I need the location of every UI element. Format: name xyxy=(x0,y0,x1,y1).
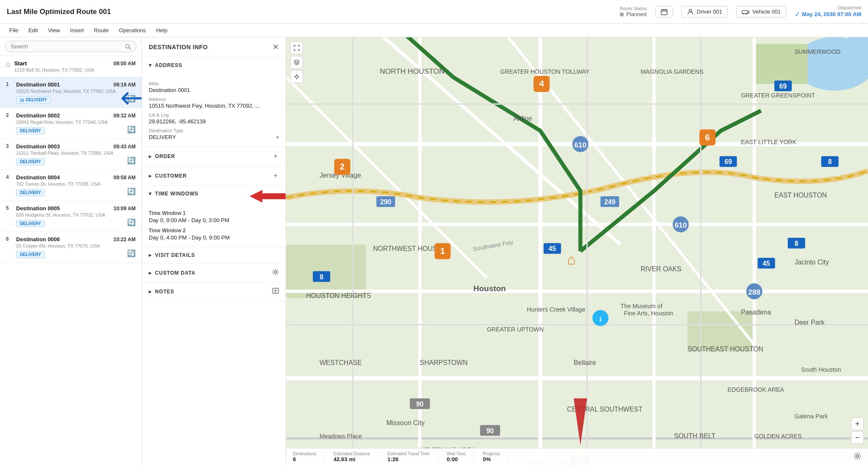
sidebar-item-4[interactable]: 4 Destination 0004 09:58 AM 792 Turney D… xyxy=(0,170,142,201)
order-section-header[interactable]: ORDER ＋ xyxy=(142,147,286,166)
dest-name-4: Destination 0004 xyxy=(16,174,60,181)
visit-details-section: VISIT DETAILS xyxy=(142,247,286,264)
sidebar-item-1[interactable]: 1 Destination 0001 09:19 AM 10515 Northw… xyxy=(0,77,142,108)
map-settings-button[interactable] xyxy=(854,452,861,461)
menu-insert[interactable]: Insert xyxy=(66,26,88,35)
notes-section-header[interactable]: NOTES xyxy=(142,282,286,301)
stat-est-distance-value: 42.63 mi xyxy=(334,456,355,462)
map-zoom-out-button[interactable]: − xyxy=(851,431,864,444)
svg-point-6 xyxy=(743,13,744,14)
stat-est-travel-value: 1:26 xyxy=(387,456,398,462)
svg-text:Meadows Place: Meadows Place xyxy=(320,433,362,440)
sidebar-item-5[interactable]: 5 Destination 0005 10:09 AM 830 Hodgkins… xyxy=(0,201,142,232)
status-icon-5: 🔄 xyxy=(127,218,136,226)
panel-close-button[interactable]: ✕ xyxy=(273,43,279,51)
custom-data-gear-button[interactable] xyxy=(272,269,279,277)
sidebar-item-2[interactable]: 2 Destination 0002 09:32 AM 10041 Regal … xyxy=(0,108,142,139)
menu-view[interactable]: View xyxy=(44,26,64,35)
custom-data-section: CUSTOM DATA xyxy=(142,264,286,282)
order-section-title: ORDER xyxy=(149,153,175,159)
custom-data-section-header[interactable]: CUSTOM DATA xyxy=(142,264,286,282)
stat-destinations-label: Destinations xyxy=(293,451,316,456)
svg-text:Missouri City: Missouri City xyxy=(387,419,425,426)
svg-text:GREATER HOUSTON TOLLWAY: GREATER HOUSTON TOLLWAY xyxy=(500,68,590,75)
customer-section: CUSTOMER ＋ xyxy=(142,166,286,186)
dest-number-5: 5 xyxy=(6,205,13,211)
sidebar-item-start[interactable]: ⌂ Start 09:00 AM 1219 Bell St, Houston, … xyxy=(0,56,142,77)
search-box[interactable] xyxy=(5,41,136,52)
status-icon-3: 🔄 xyxy=(127,156,136,164)
customer-chevron-icon xyxy=(149,173,152,179)
svg-text:WESTCHASE: WESTCHASE xyxy=(320,359,362,366)
svg-text:Pasadena: Pasadena xyxy=(741,309,771,316)
calendar-button[interactable] xyxy=(655,6,673,18)
driver-button[interactable]: Driver 001 xyxy=(682,6,728,18)
sidebar-item-6[interactable]: 6 Destination 0006 10:22 AM 20 Cooper Rd… xyxy=(0,232,142,263)
main-layout: ⌂ Start 09:00 AM 1219 Bell St, Houston, … xyxy=(0,37,868,465)
menu-operations[interactable]: Operations xyxy=(115,26,150,35)
svg-text:EAST LITTLE YORK: EAST LITTLE YORK xyxy=(741,139,797,145)
address-section-body: Alias Destination 0001 Address 10515 Nor… xyxy=(142,73,286,146)
map-layers-button[interactable] xyxy=(290,56,303,69)
delivery-badge-4: DELIVERY xyxy=(16,189,45,196)
map-placeholder: 610 610 288 249 290 NORTH HOUSTON Jersey… xyxy=(286,37,868,465)
search-input[interactable] xyxy=(11,43,122,50)
svg-text:NORTH HOUSTON: NORTH HOUSTON xyxy=(380,67,445,75)
map-zoom-in-button[interactable]: + xyxy=(851,418,864,430)
svg-text:South Houston: South Houston xyxy=(801,366,841,373)
time-windows-section-header[interactable]: TIME WINDOWS xyxy=(142,186,286,202)
delivery-badge-3: DELIVERY xyxy=(16,158,45,165)
route-status-label: Route Status xyxy=(620,6,647,11)
dest-name-5: Destination 0005 xyxy=(16,205,60,212)
menu-help[interactable]: Help xyxy=(152,26,172,35)
map-location-button[interactable] xyxy=(290,70,303,83)
svg-text:SOUTHEAST HOUSTON: SOUTHEAST HOUSTON xyxy=(687,345,763,353)
dest-type-dropdown-icon[interactable]: ▾ xyxy=(276,134,279,140)
dest-name-3: Destination 0003 xyxy=(16,143,60,150)
svg-text:SUMMERWOOD: SUMMERWOOD xyxy=(794,48,840,55)
svg-text:Aldine: Aldine xyxy=(514,115,532,122)
order-add-button[interactable]: ＋ xyxy=(272,152,279,161)
svg-text:69: 69 xyxy=(779,83,787,90)
map-zoom-controls: + − xyxy=(851,418,864,444)
item-header-4: 4 Destination 0004 09:58 AM 792 Turney D… xyxy=(6,174,136,196)
customer-section-header[interactable]: CUSTOMER ＋ xyxy=(142,166,286,185)
visit-details-section-title: VISIT DETAILS xyxy=(149,252,195,258)
dest-type-value: DELIVERY xyxy=(149,134,176,140)
address-section-header[interactable]: ADDRESS xyxy=(142,57,286,73)
dest-left-6: Destination 0006 10:22 AM 20 Cooper Rd, … xyxy=(16,236,136,258)
svg-point-4 xyxy=(689,9,692,12)
map-controls xyxy=(290,42,303,83)
vehicle-button[interactable]: Vehicle 001 xyxy=(736,6,786,17)
dest-number-6: 6 xyxy=(6,236,13,242)
svg-text:290: 290 xyxy=(380,198,392,206)
visit-details-section-header[interactable]: VISIT DETAILS xyxy=(142,247,286,263)
route-status: Route Status Planned xyxy=(620,6,647,17)
status-icon-4: 🔄 xyxy=(127,187,136,195)
customer-add-button[interactable]: ＋ xyxy=(272,171,279,180)
calendar-icon xyxy=(661,8,668,15)
start-address: 1219 Bell St, Houston, TX 77002, USA xyxy=(14,67,136,72)
dest-addr-3: 15211 Tomball Pkwy, Houston, TX 77086, U… xyxy=(16,150,136,156)
svg-text:90: 90 xyxy=(487,427,494,434)
route-status-value: Planned xyxy=(620,11,646,17)
svg-text:Jacinto City: Jacinto City xyxy=(794,259,829,266)
menu-file[interactable]: File xyxy=(5,26,22,35)
menu-route[interactable]: Route xyxy=(90,26,113,35)
delivery-badge-6: DELIVERY xyxy=(16,251,45,258)
svg-text:SHARPSTOWN: SHARPSTOWN xyxy=(420,359,468,366)
map-container[interactable]: 610 610 288 249 290 NORTH HOUSTON Jersey… xyxy=(286,37,868,465)
notes-upload-button[interactable] xyxy=(272,287,279,295)
blue-arrow-annotation xyxy=(118,90,142,108)
time-window-2-value: Day 0, 4:00 PM - Day 0, 9:00 PM xyxy=(149,234,279,241)
time-window-2-label: Time Window 2 xyxy=(149,228,279,234)
menu-edit[interactable]: Edit xyxy=(24,26,42,35)
svg-text:4: 4 xyxy=(539,78,544,88)
address-section-title: ADDRESS xyxy=(149,62,182,68)
svg-text:288: 288 xyxy=(748,288,760,296)
delivery-badge-5: DELIVERY xyxy=(16,220,45,227)
sidebar-item-3[interactable]: 3 Destination 0003 09:43 AM 15211 Tombal… xyxy=(0,139,142,170)
stat-progress-value: 0% xyxy=(483,456,491,462)
dest-name-6: Destination 0006 xyxy=(16,236,60,242)
map-fullscreen-button[interactable] xyxy=(290,42,303,54)
